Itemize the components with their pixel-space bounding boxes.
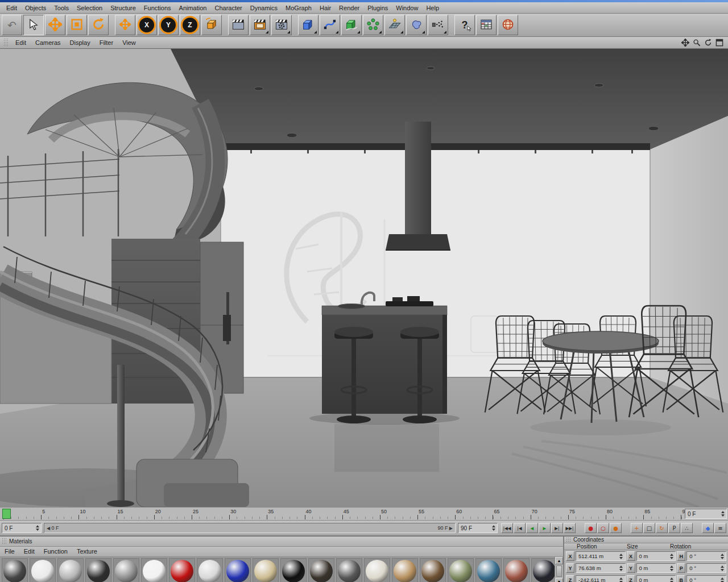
menu-item[interactable]: Functions xyxy=(140,3,175,13)
spinner[interactable] xyxy=(35,523,40,533)
key-toggle-button[interactable]: □ xyxy=(643,523,655,533)
material-swatch[interactable] xyxy=(225,558,251,582)
materials-scrollbar[interactable]: ▲ ▼ xyxy=(555,557,563,582)
materials-menu-item[interactable]: File xyxy=(0,547,19,555)
lock-z-axis-button[interactable]: Z xyxy=(180,15,200,35)
lock-y-axis-button[interactable]: Y xyxy=(158,15,179,35)
viewport-pan-button[interactable] xyxy=(681,38,690,47)
rotation-field[interactable]: 0 ° xyxy=(686,575,726,582)
panel-grip[interactable] xyxy=(566,537,572,542)
viewport-menu-item[interactable]: Display xyxy=(65,38,95,47)
menu-item[interactable]: Animation xyxy=(175,3,211,13)
add-particles-button[interactable] xyxy=(428,15,448,35)
material-swatch[interactable] xyxy=(503,558,530,582)
axis-chip[interactable]: B xyxy=(677,575,685,582)
axis-chip[interactable]: Y xyxy=(627,563,635,573)
render-picture-viewer-button[interactable] xyxy=(250,15,270,35)
material-swatch[interactable] xyxy=(364,558,390,582)
viewport-rotate-button[interactable] xyxy=(704,38,713,47)
rotation-field[interactable]: 0 ° xyxy=(686,563,726,573)
record-button[interactable]: ● xyxy=(610,523,622,533)
scrollbar-thumb[interactable] xyxy=(556,566,562,577)
axis-chip[interactable]: X xyxy=(566,551,574,561)
viewport-menu-item[interactable]: Edit xyxy=(11,38,31,47)
lock-x-axis-button[interactable]: X xyxy=(136,15,157,35)
extra-button[interactable]: ◆ xyxy=(702,523,714,533)
axis-chip[interactable]: X xyxy=(627,551,635,561)
record-button[interactable]: ● xyxy=(585,523,597,533)
key-toggle-button[interactable]: ↻ xyxy=(656,523,668,533)
material-swatch[interactable] xyxy=(308,558,334,582)
menu-item[interactable]: Character xyxy=(210,3,246,13)
online-help-button[interactable] xyxy=(498,15,518,35)
menu-item[interactable]: Plugins xyxy=(363,3,392,13)
transport-button[interactable]: ◀ xyxy=(526,523,538,533)
material-swatch[interactable] xyxy=(531,558,555,582)
menu-item[interactable]: Selection xyxy=(73,3,106,13)
material-swatch[interactable] xyxy=(392,558,418,582)
material-swatch[interactable] xyxy=(475,558,502,582)
undo-button[interactable]: ↶ xyxy=(2,15,22,35)
add-scene-object-button[interactable] xyxy=(384,15,405,35)
move-tool-button[interactable] xyxy=(45,15,65,35)
transport-button[interactable]: |◀◀ xyxy=(501,523,513,533)
range-start-field[interactable]: 0 F xyxy=(2,523,42,533)
add-deformer-button[interactable] xyxy=(406,15,427,35)
viewport-menu-item[interactable]: View xyxy=(118,38,140,47)
timeline-playhead[interactable] xyxy=(2,509,11,519)
materials-menu-item[interactable]: Function xyxy=(39,547,72,555)
menu-item[interactable]: Edit xyxy=(2,3,21,13)
menu-item[interactable]: Tools xyxy=(50,3,73,13)
material-swatch[interactable] xyxy=(253,558,279,582)
viewport[interactable] xyxy=(0,49,728,507)
material-swatch[interactable] xyxy=(2,558,28,582)
size-field[interactable]: 0 m xyxy=(636,563,676,573)
material-swatch[interactable] xyxy=(30,558,56,582)
transport-button[interactable]: ▶ xyxy=(539,523,551,533)
transport-button[interactable]: |◀ xyxy=(514,523,526,533)
transport-button[interactable]: ▶| xyxy=(551,523,563,533)
rotation-field[interactable]: 0 ° xyxy=(686,551,726,561)
menu-item[interactable]: Window xyxy=(392,3,422,13)
add-spline-button[interactable] xyxy=(320,15,340,35)
timeline-ruler[interactable]: 051015202530354045505560657075808590 0 F xyxy=(0,507,728,521)
range-right-arrow-icon[interactable]: ▶ xyxy=(448,526,453,531)
material-swatch[interactable] xyxy=(169,558,195,582)
panel-grip[interactable] xyxy=(3,38,9,47)
current-frame-field[interactable]: 0 F xyxy=(685,509,727,519)
viewport-menu-item[interactable]: Cameras xyxy=(31,38,65,47)
panel-grip[interactable] xyxy=(2,538,7,545)
materials-menu-item[interactable]: Edit xyxy=(19,547,39,555)
material-swatch[interactable] xyxy=(141,558,167,582)
material-swatch[interactable] xyxy=(336,558,362,582)
rotate-tool-button[interactable] xyxy=(88,15,109,35)
key-toggle-button[interactable]: P xyxy=(668,523,680,533)
live-selection-button[interactable] xyxy=(23,15,44,35)
coordinate-system-button[interactable] xyxy=(201,15,222,35)
size-field[interactable]: 0 m xyxy=(636,551,676,561)
menu-item[interactable]: Hair xyxy=(316,3,335,13)
extra-button[interactable]: ≡ xyxy=(714,523,726,533)
menu-item[interactable]: Help xyxy=(422,3,443,13)
axis-chip[interactable]: H xyxy=(677,551,685,561)
axis-chip[interactable]: Y xyxy=(566,563,574,573)
material-swatch[interactable] xyxy=(280,558,307,582)
viewport-canvas[interactable] xyxy=(0,49,728,507)
menu-item[interactable]: Structure xyxy=(106,3,140,13)
render-settings-button[interactable] xyxy=(271,15,292,35)
viewport-toggle-button[interactable] xyxy=(715,38,724,47)
add-cube-button[interactable] xyxy=(298,15,318,35)
menu-item[interactable]: MoGraph xyxy=(282,3,316,13)
scroll-down-icon[interactable]: ▼ xyxy=(555,578,563,582)
key-toggle-button[interactable]: + xyxy=(631,523,643,533)
material-swatch[interactable] xyxy=(448,558,474,582)
material-swatch[interactable] xyxy=(85,558,111,582)
render-view-button[interactable] xyxy=(228,15,249,35)
add-nurbs-button[interactable] xyxy=(341,15,362,35)
help-button[interactable]: ? xyxy=(454,15,475,35)
position-field[interactable]: 76.638 m xyxy=(576,563,626,573)
material-swatch[interactable] xyxy=(113,558,139,582)
axis-chip[interactable]: Z xyxy=(627,575,635,582)
size-field[interactable]: 0 m xyxy=(636,575,676,582)
menu-item[interactable]: Render xyxy=(335,3,363,13)
